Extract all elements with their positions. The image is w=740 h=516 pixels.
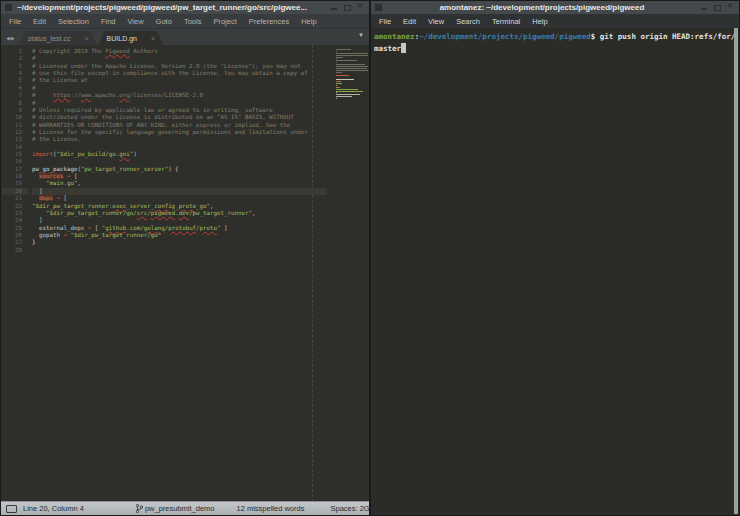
window-menu-icon[interactable] <box>375 4 382 11</box>
tab-status-test-cc[interactable]: status_test.cc× <box>20 31 97 45</box>
menu-item-help[interactable]: Help <box>526 17 553 26</box>
line-number: 21 <box>2 195 28 202</box>
editor-statusbar: Line 20, Column 4 pw_presubmit_demo 12 m… <box>1 501 369 515</box>
menu-item-file[interactable]: File <box>1 17 27 26</box>
misspelled-words-count[interactable]: 12 misspelled words <box>237 504 305 513</box>
line-number: 26 <box>2 232 28 239</box>
code-line: # https://www.apache.org/licenses/LICENS… <box>32 92 327 99</box>
menu-item-view[interactable]: View <box>422 17 450 26</box>
menu-item-edit[interactable]: Edit <box>27 17 52 26</box>
code-line <box>32 158 327 165</box>
terminal-titlebar[interactable]: amontanez: ~/development/projects/pigwee… <box>371 1 739 14</box>
terminal-window-title: amontanez: ~/development/projects/pigwee… <box>387 3 697 12</box>
minimap-line <box>336 74 368 75</box>
tab-overflow-icon[interactable]: ▼ <box>358 32 364 38</box>
terminal-command-wrap-line: master <box>374 43 738 55</box>
maximize-icon[interactable] <box>712 3 723 12</box>
terminal-screen[interactable]: amontanez:~/development/projects/pigweed… <box>372 28 738 514</box>
line-number-gutter: 1234567891011121314151617181920212223242… <box>2 48 28 254</box>
line-number: 12 <box>2 129 28 136</box>
menu-item-file[interactable]: File <box>371 17 397 26</box>
code-line: # Licensed under the Apache License, Ver… <box>32 63 327 70</box>
git-branch-indicator[interactable]: pw_presubmit_demo <box>136 504 215 513</box>
minimap-line <box>336 68 367 69</box>
line-number: 23 <box>2 210 28 217</box>
menu-item-find[interactable]: Find <box>95 17 122 26</box>
menu-item-view[interactable]: View <box>121 17 149 26</box>
minimap-line <box>336 60 357 61</box>
code-line: # Copyright 2019 The Pigweed Authors <box>32 48 327 55</box>
minimap-line <box>336 49 351 50</box>
code-line: "$dir_pw_target_runner/go/src/pigweed.de… <box>32 210 327 217</box>
code-line: } <box>32 239 327 246</box>
terminal-menubar: FileEditViewSearchTerminalHelp <box>371 14 739 28</box>
tab-build-gn[interactable]: BUILD.gn× <box>99 31 163 45</box>
tab-nav-arrows-icon[interactable]: ◀▶ <box>6 35 16 41</box>
window-menu-icon[interactable] <box>5 4 12 11</box>
line-number: 27 <box>2 239 28 246</box>
close-icon[interactable] <box>725 3 736 12</box>
line-number: 4 <box>2 70 28 77</box>
minimap-line <box>336 79 354 80</box>
editor-tabbar: ◀▶ status_test.cc×BUILD.gn× ▼ <box>1 29 369 45</box>
command-text-wrapped: master <box>374 44 401 53</box>
tab-close-icon[interactable]: × <box>85 35 89 42</box>
code-editor[interactable]: 1234567891011121314151617181920212223242… <box>2 45 368 502</box>
menu-item-goto[interactable]: Goto <box>150 17 178 26</box>
code-line: gopath = "$dir_pw_target_runner/go" <box>32 232 327 239</box>
menu-item-help[interactable]: Help <box>295 17 322 26</box>
code-line: # use this file except in compliance wit… <box>32 70 327 77</box>
minimize-icon[interactable] <box>699 3 710 12</box>
editor-window: ~/development/projects/pigweed/pigweed/p… <box>0 0 370 516</box>
code-line: # Unless required by applicable law or a… <box>32 107 327 114</box>
minimap-line <box>336 85 337 86</box>
menu-item-project[interactable]: Project <box>207 17 242 26</box>
menu-item-selection[interactable]: Selection <box>52 17 95 26</box>
code-line: # distributed under the License is distr… <box>32 114 327 121</box>
line-number: 8 <box>2 100 28 107</box>
code-line: # WARRANTIES OR CONDITIONS OF ANY KIND, … <box>32 122 327 129</box>
minimap-line <box>336 66 368 67</box>
line-number: 20 <box>2 188 28 195</box>
code-text-area[interactable]: # Copyright 2019 The Pigweed Authors## L… <box>28 48 327 254</box>
minimap-line <box>336 70 368 71</box>
cursor-position[interactable]: Line 20, Column 4 <box>23 504 84 513</box>
minimap-line <box>336 72 342 73</box>
menu-item-edit[interactable]: Edit <box>397 17 422 26</box>
menu-item-preferences[interactable]: Preferences <box>243 17 295 26</box>
tab-close-icon[interactable]: × <box>151 35 155 42</box>
minimap-line <box>336 75 349 76</box>
minimap-line <box>336 57 343 58</box>
editor-titlebar[interactable]: ~/development/projects/pigweed/pigweed/p… <box>1 1 369 14</box>
minimap-line <box>336 89 358 90</box>
tab-label: BUILD.gn <box>107 35 137 42</box>
tabs-container: status_test.cc×BUILD.gn× <box>20 31 165 45</box>
code-line: # the License at <box>32 77 327 84</box>
code-line <box>32 144 327 151</box>
prompt-dollar: $ <box>591 32 600 41</box>
maximize-icon[interactable] <box>342 3 353 12</box>
code-line: # License for the specific language gove… <box>32 129 327 136</box>
line-number: 14 <box>2 144 28 151</box>
line-number: 11 <box>2 122 28 129</box>
indentation-setting[interactable]: Spaces: 2 <box>330 504 363 513</box>
code-line: sources = [ <box>32 173 327 180</box>
menu-item-tools[interactable]: Tools <box>178 17 208 26</box>
code-line: # the License. <box>32 136 327 143</box>
line-number: 7 <box>2 92 28 99</box>
menu-item-search[interactable]: Search <box>450 17 486 26</box>
terminal-window: amontanez: ~/development/projects/pigwee… <box>370 0 740 516</box>
minimap-line <box>336 64 365 65</box>
menu-item-terminal[interactable]: Terminal <box>486 17 526 26</box>
minimap-line <box>336 83 342 84</box>
line-number: 13 <box>2 136 28 143</box>
code-line: "$dir_pw_target_runner:exec_server_confi… <box>32 203 327 210</box>
minimize-icon[interactable] <box>329 3 340 12</box>
prompt-path: ~/development/projects/pigweed/pigweed <box>419 32 591 41</box>
line-number: 17 <box>2 166 28 173</box>
minimap[interactable] <box>336 49 368 102</box>
close-icon[interactable] <box>355 3 366 12</box>
terminal-scrollbar[interactable] <box>734 28 738 514</box>
terminal-prompt-line: amontanez:~/development/projects/pigweed… <box>374 31 738 43</box>
code-line: ] <box>32 217 327 224</box>
